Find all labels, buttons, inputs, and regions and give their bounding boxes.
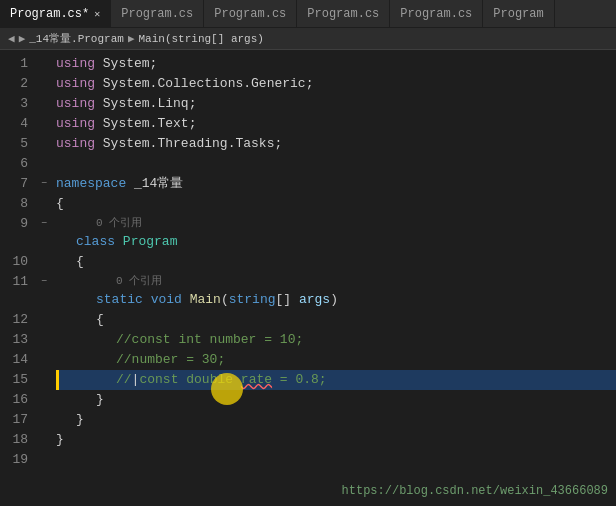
breadcrumb-bar: ◀ ▶ _14常量.Program ▶ Main(string[] args) xyxy=(0,28,616,50)
tab-close-0[interactable]: ✕ xyxy=(94,8,100,20)
token-method: Main xyxy=(190,290,221,310)
line-num-17: 17 xyxy=(0,410,28,430)
code-line-8[interactable]: { xyxy=(56,194,616,214)
code-line-12[interactable]: { xyxy=(56,310,616,330)
code-line-17[interactable]: } xyxy=(56,410,616,430)
collapse-13 xyxy=(36,330,52,350)
collapse-3 xyxy=(36,94,52,114)
code-line-11[interactable]: static void Main(string[] args) xyxy=(56,290,616,310)
token-kw-using: using xyxy=(56,74,95,94)
collapse-9[interactable]: − xyxy=(36,214,52,234)
code-line-18[interactable]: } xyxy=(56,430,616,450)
code-line-13[interactable]: //const int number = 10; xyxy=(56,330,616,350)
collapse-7[interactable]: − xyxy=(36,174,52,194)
code-line-10[interactable]: { xyxy=(56,252,616,272)
tab-0[interactable]: Program.cs*✕ xyxy=(0,0,111,28)
code-line-5[interactable]: using System.Threading.Tasks; xyxy=(56,134,616,154)
token-comment: // xyxy=(116,370,132,390)
code-line-19[interactable] xyxy=(56,450,616,470)
tab-label-0: Program.cs* xyxy=(10,7,89,21)
line-num-4: 4 xyxy=(0,114,28,134)
code-content[interactable]: using System;using System.Collections.Ge… xyxy=(52,50,616,506)
collapse-16 xyxy=(36,390,52,410)
watermark: https://blog.csdn.net/weixin_43666089 xyxy=(342,484,608,498)
tab-label-3: Program.cs xyxy=(307,7,379,21)
breadcrumb-left: _14常量.Program xyxy=(29,31,124,46)
code-line-3[interactable]: using System.Linq; xyxy=(56,94,616,114)
tab-label-4: Program.cs xyxy=(400,7,472,21)
line-num-8: 8 xyxy=(0,194,28,214)
collapse-6 xyxy=(36,154,52,174)
token-plain: System.Collections.Generic; xyxy=(95,74,313,94)
collapse-10 xyxy=(36,252,52,272)
token-comment: const double xyxy=(139,370,240,390)
code-area[interactable]: 12345678910111213141516171819 −−− using … xyxy=(0,50,616,506)
token-plain xyxy=(182,290,190,310)
tab-5[interactable]: Program xyxy=(483,0,554,28)
line-num-14: 14 xyxy=(0,350,28,370)
code-line-14[interactable]: //number = 30; xyxy=(56,350,616,370)
line-numbers: 12345678910111213141516171819 xyxy=(0,50,36,506)
tab-2[interactable]: Program.cs xyxy=(204,0,297,28)
editor-area[interactable]: 12345678910111213141516171819 −−− using … xyxy=(0,50,616,506)
code-line-16[interactable]: } xyxy=(56,390,616,410)
code-line-4[interactable]: using System.Text; xyxy=(56,114,616,134)
collapse-14 xyxy=(36,350,52,370)
token-kw-blue: namespace xyxy=(56,174,126,194)
line-num-6: 6 xyxy=(0,154,28,174)
tab-3[interactable]: Program.cs xyxy=(297,0,390,28)
line-num-11: 11 xyxy=(0,272,28,292)
token-plain: } xyxy=(76,410,84,430)
editor-window: Program.cs*✕Program.csProgram.csProgram.… xyxy=(0,0,616,506)
token-plain: _14常量 xyxy=(126,174,183,194)
token-plain: } xyxy=(96,390,104,410)
token-plain: System; xyxy=(95,54,157,74)
token-kw-blue: static xyxy=(96,290,143,310)
line-num-10: 10 xyxy=(0,252,28,272)
token-plain: System.Text; xyxy=(95,114,196,134)
code-line-1[interactable]: using System; xyxy=(56,54,616,74)
tab-1[interactable]: Program.cs xyxy=(111,0,204,28)
collapse-15 xyxy=(36,370,52,390)
token-kw-using: using xyxy=(56,134,95,154)
line-num-5: 5 xyxy=(0,134,28,154)
line-num-12: 12 xyxy=(0,310,28,330)
code-line-6[interactable] xyxy=(56,154,616,174)
token-plain: ) xyxy=(330,290,338,310)
line-num-15: 15 xyxy=(0,370,28,390)
code-line-7[interactable]: namespace _14常量 xyxy=(56,174,616,194)
collapse-18 xyxy=(36,430,52,450)
token-comment: //const int number = 10; xyxy=(116,330,303,350)
token-plain: { xyxy=(56,194,64,214)
nav-back-icon[interactable]: ◀ xyxy=(8,32,15,45)
nav-forward-icon[interactable]: ▶ xyxy=(19,32,26,45)
token-kw-using: using xyxy=(56,114,95,134)
collapse-19 xyxy=(36,450,52,470)
line-num-9: 9 xyxy=(0,214,28,234)
collapse-8 xyxy=(36,194,52,214)
token-comment: //number = 30; xyxy=(116,350,225,370)
tab-label-2: Program.cs xyxy=(214,7,286,21)
token-plain: { xyxy=(76,252,84,272)
tab-4[interactable]: Program.cs xyxy=(390,0,483,28)
breadcrumb-separator: ▶ xyxy=(128,32,135,45)
code-line-15[interactable]: //|const double rate = 0.8; xyxy=(56,370,616,390)
token-kw-using: using xyxy=(56,54,95,74)
token-comment: = 0.8; xyxy=(272,370,327,390)
active-line-indicator xyxy=(56,370,59,390)
token-plain: System.Threading.Tasks; xyxy=(95,134,282,154)
token-plain xyxy=(115,232,123,252)
line-num-13: 13 xyxy=(0,330,28,350)
collapse-11[interactable]: − xyxy=(36,272,52,292)
token-kw-using: using xyxy=(56,94,95,114)
code-line-9[interactable]: class Program xyxy=(56,232,616,252)
tab-label-1: Program.cs xyxy=(121,7,193,21)
code-line-2[interactable]: using System.Collections.Generic; xyxy=(56,74,616,94)
line-num-19: 19 xyxy=(0,450,28,470)
token-plain: | xyxy=(132,370,140,390)
collapse-4 xyxy=(36,114,52,134)
line-num-7: 7 xyxy=(0,174,28,194)
line-num-1: 1 xyxy=(0,54,28,74)
token-kw-blue: class xyxy=(76,232,115,252)
collapse-2 xyxy=(36,74,52,94)
